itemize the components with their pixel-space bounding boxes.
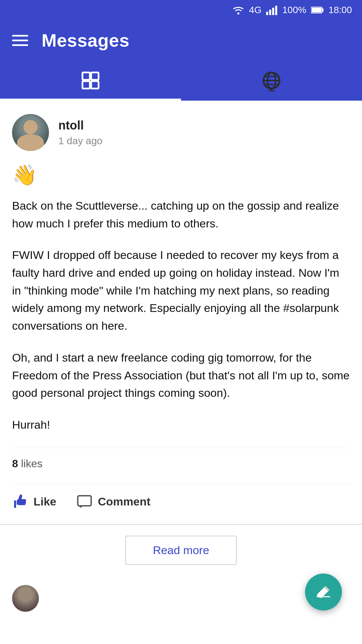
post-paragraph-3: Oh, and I start a new freelance coding g… bbox=[12, 349, 350, 402]
action-bar: Like Comment bbox=[12, 483, 350, 524]
pencil-icon bbox=[315, 583, 332, 601]
post-body: Back on the Scuttleverse... catching up … bbox=[12, 197, 350, 434]
clock: 18:00 bbox=[328, 5, 352, 15]
globe-icon bbox=[261, 70, 282, 91]
svg-rect-19 bbox=[78, 496, 91, 506]
comment-label: Comment bbox=[98, 495, 150, 508]
battery-icon bbox=[311, 6, 324, 14]
comment-button[interactable]: Comment bbox=[76, 490, 150, 514]
content-area: ntoll 1 day ago 👋 Back on the Scuttlever… bbox=[0, 101, 362, 644]
post-meta: ntoll 1 day ago bbox=[58, 118, 103, 147]
read-more-container: Read more bbox=[0, 525, 362, 576]
app-title: Messages bbox=[42, 30, 129, 51]
battery-level: 100% bbox=[282, 5, 306, 15]
post-author: ntoll bbox=[58, 118, 103, 132]
svg-rect-6 bbox=[312, 8, 321, 12]
likes-number: 8 bbox=[12, 458, 18, 470]
tab-local[interactable] bbox=[0, 60, 181, 101]
svg-rect-8 bbox=[82, 72, 90, 80]
menu-button[interactable] bbox=[12, 35, 28, 46]
compose-fab[interactable] bbox=[305, 574, 342, 610]
network-type: 4G bbox=[249, 5, 261, 15]
thumbs-up-icon bbox=[12, 494, 28, 510]
wifi-icon bbox=[232, 5, 244, 15]
post-card: ntoll 1 day ago 👋 Back on the Scuttlever… bbox=[0, 101, 362, 524]
like-button[interactable]: Like bbox=[12, 490, 56, 514]
tab-global[interactable] bbox=[181, 60, 362, 101]
svg-point-0 bbox=[237, 12, 239, 14]
comment-icon bbox=[76, 494, 93, 510]
likes-label: likes bbox=[21, 458, 43, 470]
svg-rect-4 bbox=[275, 6, 277, 15]
svg-rect-1 bbox=[266, 12, 268, 15]
status-bar: 4G 100% 18:00 bbox=[0, 0, 362, 20]
like-label: Like bbox=[34, 495, 56, 508]
read-more-button[interactable]: Read more bbox=[125, 536, 237, 565]
avatar[interactable] bbox=[12, 114, 49, 151]
svg-rect-7 bbox=[322, 8, 323, 12]
status-icons: 4G 100% 18:00 bbox=[232, 5, 352, 15]
svg-rect-2 bbox=[269, 10, 271, 15]
tab-bar bbox=[0, 60, 362, 101]
post-time: 1 day ago bbox=[58, 135, 103, 147]
signal-icon bbox=[266, 5, 278, 15]
svg-rect-3 bbox=[272, 8, 274, 15]
grid-icon bbox=[80, 70, 101, 91]
post-paragraph-4: Hurrah! bbox=[12, 416, 350, 434]
likes-count: 8 likes bbox=[12, 458, 350, 470]
likes-section: 8 likes bbox=[12, 448, 350, 483]
svg-rect-9 bbox=[91, 72, 99, 80]
app-bar: Messages bbox=[0, 20, 362, 60]
post-emoji: 👋 bbox=[12, 163, 350, 187]
post-header: ntoll 1 day ago bbox=[12, 114, 350, 151]
next-post-avatar[interactable] bbox=[12, 585, 39, 612]
svg-rect-10 bbox=[82, 81, 90, 89]
post-paragraph-2: FWIW I dropped off because I needed to r… bbox=[12, 246, 350, 334]
post-paragraph-1: Back on the Scuttleverse... catching up … bbox=[12, 197, 350, 232]
svg-rect-11 bbox=[91, 81, 99, 89]
